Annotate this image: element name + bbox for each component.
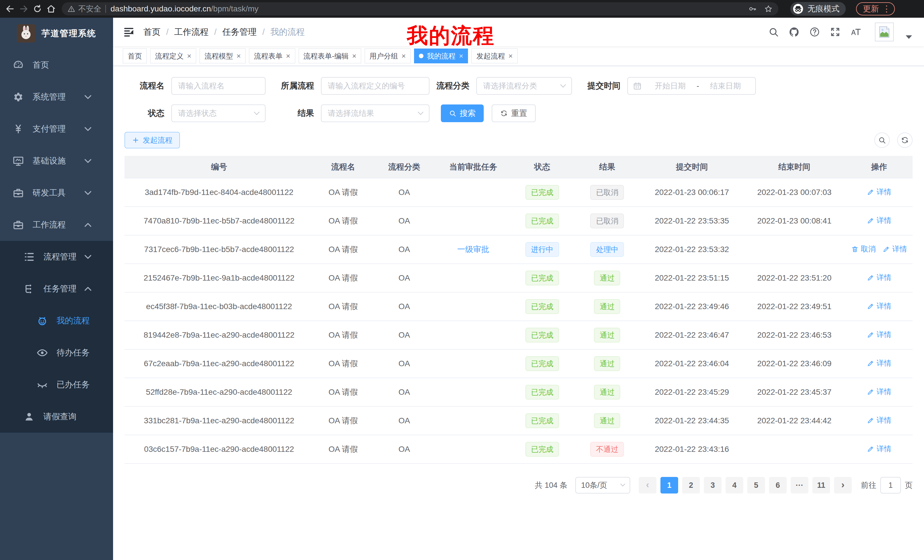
detail-action-link[interactable]: 详情: [867, 216, 891, 226]
action-label: 详情: [877, 187, 891, 197]
goto-page-input[interactable]: [880, 477, 901, 494]
page-ellipsis-button[interactable]: ···: [790, 477, 808, 494]
breadcrumb-item[interactable]: 任务管理: [222, 26, 257, 38]
breadcrumb-item[interactable]: 首页: [143, 26, 160, 38]
detail-action-link[interactable]: 详情: [867, 387, 891, 397]
browser-menu-icon[interactable]: ⋮: [882, 4, 891, 13]
sidebar-item-system[interactable]: 系统管理: [0, 81, 113, 113]
question-icon[interactable]: [809, 27, 820, 37]
cell-status: 已完成: [510, 264, 574, 292]
close-icon[interactable]: ×: [236, 52, 241, 60]
result-select[interactable]: 请选择流结果: [321, 105, 429, 122]
sidebar-item-todo-task[interactable]: 待办任务: [0, 337, 113, 369]
fullscreen-icon[interactable]: [830, 27, 841, 37]
broken-image-icon: [877, 25, 891, 39]
detail-action-link[interactable]: 详情: [867, 301, 891, 311]
cell-process-category: OA: [373, 435, 436, 464]
page-button-1[interactable]: 1: [660, 477, 678, 494]
tab-label: 流程模型: [204, 51, 233, 61]
sidebar-item-process-mgmt[interactable]: 流程管理: [0, 241, 113, 273]
sidebar-item-devtools[interactable]: 研发工具: [0, 177, 113, 209]
page-button-4[interactable]: 4: [726, 477, 743, 494]
submit-time-range-picker[interactable]: 开始日期 - 结束日期: [627, 77, 756, 95]
page-button-6[interactable]: 6: [769, 477, 787, 494]
browser-back-icon[interactable]: [5, 4, 15, 14]
page-size-select[interactable]: 10条/页: [575, 477, 630, 494]
app-logo[interactable]: 芋道管理系统: [0, 18, 113, 49]
status-select[interactable]: 请选择状态: [171, 105, 266, 122]
page-button-2[interactable]: 2: [682, 477, 700, 494]
github-icon[interactable]: [789, 27, 800, 37]
hamburger-icon[interactable]: [123, 26, 135, 38]
close-icon[interactable]: ×: [459, 52, 463, 60]
sidebar-item-my-process[interactable]: 我的流程: [0, 305, 113, 337]
page-button-11[interactable]: 11: [812, 477, 830, 494]
breadcrumb-item[interactable]: 工作流程: [174, 26, 208, 38]
browser-update-button[interactable]: 更新 ⋮: [856, 2, 895, 15]
process-definition-input[interactable]: [321, 77, 429, 95]
toggle-search-button[interactable]: [874, 132, 890, 148]
close-icon[interactable]: ×: [286, 52, 290, 60]
close-icon[interactable]: ×: [508, 52, 513, 60]
sidebar-item-workflow[interactable]: 工作流程: [0, 209, 113, 241]
tab-首页[interactable]: 首页: [123, 48, 147, 63]
page-button-3[interactable]: 3: [704, 477, 722, 494]
address-bar[interactable]: 不安全 dashboard.yudao.iocoder.cn /bpm/task…: [62, 2, 778, 15]
cell-end-time: 2022-01-23 00:08:41: [743, 207, 846, 235]
browser-forward-icon[interactable]: [19, 4, 28, 14]
process-name-input[interactable]: [171, 77, 266, 95]
tab-用户分组[interactable]: 用户分组×: [364, 48, 411, 63]
cell-status: 已完成: [510, 292, 574, 321]
detail-action-link[interactable]: 详情: [867, 187, 891, 197]
detail-action-link[interactable]: 详情: [867, 273, 891, 283]
browser-home-icon[interactable]: [46, 4, 56, 14]
tree-icon: [23, 283, 35, 295]
refresh-table-button[interactable]: [897, 132, 913, 148]
browser-reload-icon[interactable]: [33, 4, 42, 14]
goto-label: 前往: [861, 480, 876, 490]
sidebar-item-home[interactable]: 首页: [0, 49, 113, 81]
chevron-up-icon: [82, 283, 94, 295]
detail-action-link[interactable]: 详情: [867, 444, 891, 454]
tab-流程模型[interactable]: 流程模型×: [200, 48, 246, 63]
caret-down-icon[interactable]: [903, 32, 914, 42]
user-icon: [23, 411, 35, 422]
page-size-value: 10条/页: [581, 480, 608, 490]
tab-流程表单[interactable]: 流程表单×: [249, 48, 295, 63]
sidebar-item-payment[interactable]: 支付管理: [0, 113, 113, 145]
tab-我的流程[interactable]: 我的流程×: [414, 48, 468, 63]
security-warning-icon[interactable]: [68, 5, 75, 13]
tab-流程表单-编辑[interactable]: 流程表单-编辑×: [298, 48, 362, 63]
detail-action-link[interactable]: 详情: [883, 244, 907, 254]
sidebar-item-leave-query[interactable]: 请假查询: [0, 401, 113, 433]
close-icon[interactable]: ×: [187, 52, 191, 60]
sidebar-item-done-task[interactable]: 已办任务: [0, 369, 113, 401]
sidebar-item-task-mgmt[interactable]: 任务管理: [0, 273, 113, 305]
current-task-link[interactable]: 一级审批: [457, 245, 489, 254]
cancel-action-link[interactable]: 取消: [851, 244, 876, 254]
tab-label: 流程表单-编辑: [303, 51, 349, 61]
close-icon[interactable]: ×: [352, 52, 356, 60]
search-icon[interactable]: [768, 27, 779, 37]
detail-action-link[interactable]: 详情: [867, 415, 891, 425]
reset-button[interactable]: 重置: [492, 105, 536, 122]
search-button[interactable]: 搜索: [441, 105, 484, 122]
avatar[interactable]: [875, 22, 894, 41]
page-button-5[interactable]: 5: [747, 477, 765, 494]
tab-发起流程[interactable]: 发起流程×: [471, 48, 518, 63]
category-select[interactable]: 请选择流程分类: [476, 77, 572, 95]
table-row: 03c6c157-7b9a-11ec-a290-acde48001122OA 请…: [124, 435, 913, 464]
sidebar-item-infra[interactable]: 基础设施: [0, 145, 113, 177]
close-icon[interactable]: ×: [402, 52, 406, 60]
password-key-icon[interactable]: [748, 4, 757, 13]
next-page-button[interactable]: ›: [834, 477, 852, 494]
detail-action-link[interactable]: 详情: [867, 358, 891, 368]
tab-流程定义[interactable]: 流程定义×: [150, 48, 196, 63]
detail-action-link[interactable]: 详情: [867, 329, 891, 340]
cell-process-id: ec45f38f-7b9a-11ec-b03b-acde48001122: [124, 292, 314, 321]
fontsize-icon[interactable]: [850, 27, 861, 37]
create-process-button[interactable]: 发起流程: [124, 132, 180, 148]
prev-page-button[interactable]: ‹: [639, 477, 657, 494]
status-badge: 已完成: [525, 356, 559, 371]
bookmark-star-icon[interactable]: [764, 4, 772, 13]
